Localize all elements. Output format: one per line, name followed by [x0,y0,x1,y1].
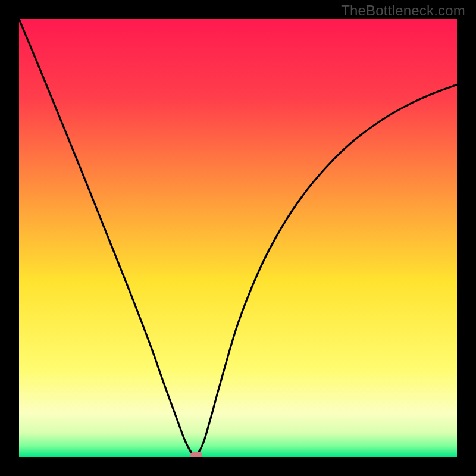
plot-area [19,19,457,457]
chart-frame: TheBottleneck.com [0,0,476,476]
optimal-marker [190,452,202,457]
bottleneck-curve [19,19,457,457]
watermark-text: TheBottleneck.com [341,2,465,19]
